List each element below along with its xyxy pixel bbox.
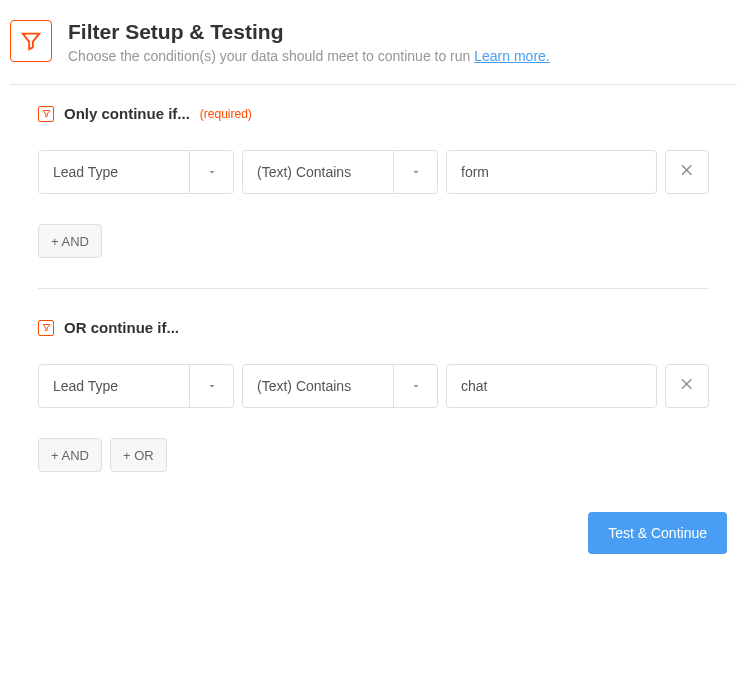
- chevron-down-icon: [189, 151, 233, 193]
- group-divider: [38, 288, 709, 289]
- operator-select[interactable]: (Text) Contains: [242, 364, 438, 408]
- field-select[interactable]: Lead Type: [38, 150, 234, 194]
- filter-group: OR continue if...Lead Type(Text) Contain…: [10, 319, 737, 472]
- add-and-button[interactable]: + AND: [38, 438, 102, 472]
- chevron-down-icon: [393, 151, 437, 193]
- condition-row: Lead Type(Text) Containschat: [38, 364, 709, 408]
- filter-icon: [10, 20, 52, 62]
- filter-icon: [38, 106, 54, 122]
- operator-select[interactable]: (Text) Contains: [242, 150, 438, 194]
- filter-group-title: Only continue if...(required): [38, 105, 709, 122]
- add-and-button[interactable]: + AND: [38, 224, 102, 258]
- value-input[interactable]: form: [446, 150, 657, 194]
- close-icon: [679, 376, 695, 396]
- page-header: Filter Setup & Testing Choose the condit…: [10, 20, 737, 85]
- test-continue-button[interactable]: Test & Continue: [588, 512, 727, 554]
- operator-select-value: (Text) Contains: [243, 378, 393, 394]
- page-title: Filter Setup & Testing: [68, 20, 550, 44]
- field-select-value: Lead Type: [39, 164, 189, 180]
- field-select-value: Lead Type: [39, 378, 189, 394]
- close-icon: [679, 162, 695, 182]
- value-input-text: form: [461, 164, 489, 180]
- chevron-down-icon: [393, 365, 437, 407]
- add-or-button[interactable]: + OR: [110, 438, 167, 472]
- remove-condition-button[interactable]: [665, 150, 709, 194]
- filter-group: Only continue if...(required)Lead Type(T…: [10, 105, 737, 258]
- remove-condition-button[interactable]: [665, 364, 709, 408]
- filter-group-title: OR continue if...: [38, 319, 709, 336]
- filter-group-label: Only continue if...: [64, 105, 190, 122]
- field-select[interactable]: Lead Type: [38, 364, 234, 408]
- condition-row: Lead Type(Text) Containsform: [38, 150, 709, 194]
- value-input-text: chat: [461, 378, 487, 394]
- value-input[interactable]: chat: [446, 364, 657, 408]
- learn-more-link[interactable]: Learn more.: [474, 48, 549, 64]
- page-subtitle: Choose the condition(s) your data should…: [68, 48, 550, 64]
- required-badge: (required): [200, 107, 252, 121]
- filter-group-label: OR continue if...: [64, 319, 179, 336]
- chevron-down-icon: [189, 365, 233, 407]
- operator-select-value: (Text) Contains: [243, 164, 393, 180]
- filter-icon: [38, 320, 54, 336]
